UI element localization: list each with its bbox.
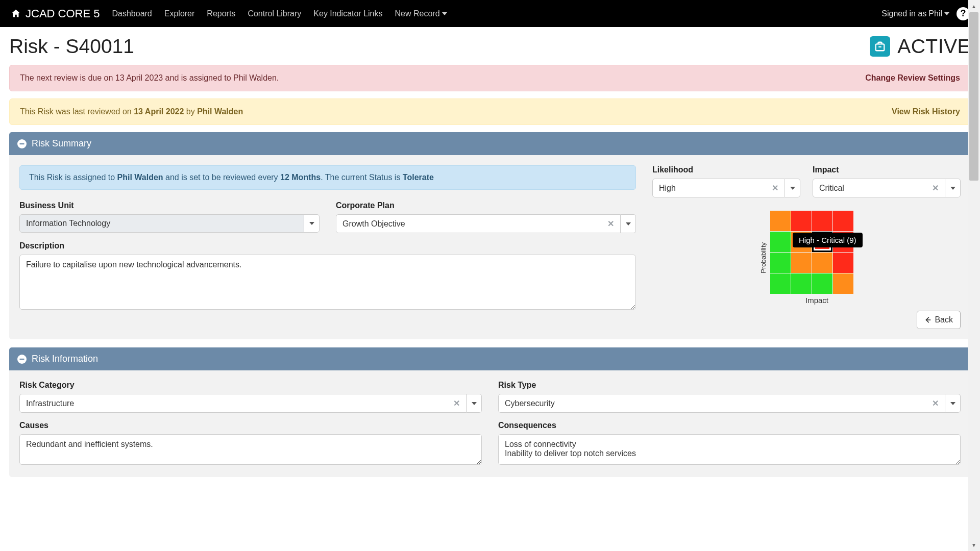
review-alert: The next review is due on 13 April 2023 … xyxy=(9,65,971,91)
change-review-link[interactable]: Change Review Settings xyxy=(865,73,960,83)
nav-reports[interactable]: Reports xyxy=(207,9,235,18)
history-alert-text: This Risk was last reviewed on 13 April … xyxy=(20,107,243,116)
nav-explorer[interactable]: Explorer xyxy=(164,9,195,18)
heatmap-cell[interactable] xyxy=(812,273,832,294)
impact-select[interactable]: Critical ✕ xyxy=(813,179,961,197)
scroll-down-icon[interactable]: ▼ xyxy=(968,539,980,551)
chevron-down-icon[interactable] xyxy=(467,394,482,413)
collapse-icon xyxy=(17,139,27,148)
page-title: Risk - S40011 xyxy=(9,35,134,58)
risk-summary-header[interactable]: Risk Summary xyxy=(9,132,971,155)
caret-down-icon xyxy=(944,12,949,15)
impact-label: Impact xyxy=(813,165,961,174)
archive-button[interactable] xyxy=(870,36,890,57)
risk-info-title: Risk Information xyxy=(32,354,98,364)
chevron-down-icon[interactable] xyxy=(945,394,961,413)
clear-icon[interactable]: ✕ xyxy=(607,219,614,229)
nav-key-indicator-links[interactable]: Key Indicator Links xyxy=(313,9,382,18)
heatmap-cell[interactable] xyxy=(791,253,812,273)
heatmap-tooltip: High - Critical (9) xyxy=(793,233,863,247)
status-label: ACTIVE xyxy=(897,35,971,58)
cp-value: Growth Objective ✕ xyxy=(336,214,621,233)
chevron-down-icon[interactable] xyxy=(945,179,961,197)
impact-value: Critical ✕ xyxy=(813,179,945,197)
heatmap-cell[interactable] xyxy=(770,211,791,231)
heatmap-cell[interactable] xyxy=(812,253,832,273)
bu-select[interactable]: Information Technology xyxy=(19,214,320,233)
bu-value: Information Technology xyxy=(19,214,304,233)
clear-icon[interactable]: ✕ xyxy=(772,183,778,193)
archive-icon xyxy=(874,41,886,52)
status-block: ACTIVE xyxy=(870,35,971,58)
heatmap-cell[interactable] xyxy=(770,273,791,294)
clear-icon[interactable]: ✕ xyxy=(932,183,939,193)
likelihood-label: Likelihood xyxy=(652,165,800,174)
nav-new-record[interactable]: New Record xyxy=(395,9,447,18)
type-value: Cybersecurity ✕ xyxy=(498,394,945,413)
risk-info-panel: Risk Information Risk Category Infrastru… xyxy=(9,347,971,477)
causes-label: Causes xyxy=(19,421,482,430)
history-alert: This Risk was last reviewed on 13 April … xyxy=(9,98,971,125)
risk-heatmap[interactable]: High - Critical (9) xyxy=(770,211,853,294)
heatmap-x-label: Impact xyxy=(780,296,853,305)
heatmap-cell[interactable] xyxy=(791,211,812,231)
consequences-label: Consequences xyxy=(498,421,961,430)
scroll-up-icon[interactable]: ▲ xyxy=(968,0,980,12)
chevron-down-icon[interactable] xyxy=(621,214,636,233)
page-content: Risk - S40011 ACTIVE The next review is … xyxy=(0,27,980,477)
risk-info-header[interactable]: Risk Information xyxy=(9,347,971,370)
vertical-scrollbar[interactable]: ▲ ▼ xyxy=(968,0,980,551)
back-button[interactable]: Back xyxy=(917,311,961,329)
view-history-link[interactable]: View Risk History xyxy=(892,107,960,116)
clear-icon[interactable]: ✕ xyxy=(932,398,939,408)
signin-menu[interactable]: Signed in as Phil xyxy=(881,9,949,18)
scroll-thumb[interactable] xyxy=(969,12,978,181)
nav-links: Dashboard Explorer Reports Control Libra… xyxy=(112,9,447,18)
chevron-down-icon[interactable] xyxy=(304,214,320,233)
risk-summary-title: Risk Summary xyxy=(32,138,91,149)
scroll-track[interactable] xyxy=(968,12,980,539)
heatmap-cell[interactable] xyxy=(770,232,791,252)
cp-select[interactable]: Growth Objective ✕ xyxy=(336,214,636,233)
cp-label: Corporate Plan xyxy=(336,201,636,210)
type-select[interactable]: Cybersecurity ✕ xyxy=(498,394,961,413)
nav-dashboard[interactable]: Dashboard xyxy=(112,9,152,18)
likelihood-select[interactable]: High ✕ xyxy=(652,179,800,197)
risk-summary-panel: Risk Summary This Risk is assigned to Ph… xyxy=(9,132,971,339)
heatmap-container: Probability High - Critical (9) Impact xyxy=(652,211,961,305)
signin-prefix: Signed in as xyxy=(881,9,926,18)
brand-text: JCAD CORE 5 xyxy=(26,7,100,20)
assignment-callout: This Risk is assigned to Phil Walden and… xyxy=(19,165,636,190)
review-alert-text: The next review is due on 13 April 2023 … xyxy=(20,73,279,83)
back-button-label: Back xyxy=(935,315,953,324)
heatmap-cell[interactable] xyxy=(791,273,812,294)
page-header: Risk - S40011 ACTIVE xyxy=(9,35,971,58)
bu-label: Business Unit xyxy=(19,201,320,210)
svg-rect-4 xyxy=(20,358,24,359)
nav-control-library[interactable]: Control Library xyxy=(248,9,301,18)
risk-summary-body: This Risk is assigned to Phil Walden and… xyxy=(9,155,971,339)
consequences-textarea[interactable] xyxy=(498,434,961,465)
likelihood-value: High ✕ xyxy=(652,179,785,197)
heatmap-cell[interactable] xyxy=(833,253,853,273)
heatmap-y-label: Probability xyxy=(760,242,767,273)
navbar-right: Signed in as Phil ? xyxy=(881,7,970,20)
category-value: Infrastructure ✕ xyxy=(19,394,467,413)
description-textarea[interactable] xyxy=(19,255,636,310)
category-select[interactable]: Infrastructure ✕ xyxy=(19,394,482,413)
signin-user: Phil xyxy=(928,9,942,18)
nav-new-record-label: New Record xyxy=(395,9,440,18)
chevron-down-icon[interactable] xyxy=(785,179,800,197)
type-label: Risk Type xyxy=(498,381,961,390)
category-label: Risk Category xyxy=(19,381,482,390)
clear-icon[interactable]: ✕ xyxy=(453,398,460,408)
heatmap-cell[interactable] xyxy=(833,211,853,231)
brand[interactable]: JCAD CORE 5 xyxy=(10,7,100,20)
heatmap-cell[interactable] xyxy=(812,211,832,231)
heatmap-cell[interactable] xyxy=(833,273,853,294)
caret-down-icon xyxy=(442,12,447,15)
desc-label: Description xyxy=(19,241,636,251)
collapse-icon xyxy=(17,355,27,364)
heatmap-cell[interactable] xyxy=(770,253,791,273)
causes-textarea[interactable] xyxy=(19,434,482,465)
